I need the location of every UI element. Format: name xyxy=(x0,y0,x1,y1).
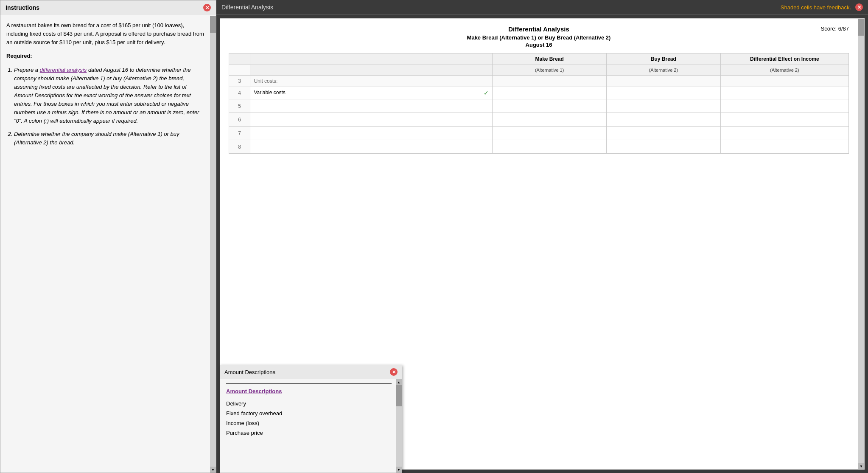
right-panel: Differential Analysis Shaded cells have … xyxy=(216,0,868,473)
item1-text-after: dated August 16 to determine whether the… xyxy=(14,67,199,124)
amount-desc-scrollbar[interactable]: ▲ ▼ xyxy=(396,379,402,473)
sub-rownum-2 xyxy=(229,65,250,76)
amount-desc-heading: Amount Descriptions xyxy=(226,388,392,394)
row6-num: 6 xyxy=(229,113,250,127)
instructions-body: A restaurant bakes its own bread for a c… xyxy=(0,15,216,473)
sub-desc-2 xyxy=(250,65,493,76)
row5-make[interactable] xyxy=(493,99,607,113)
amount-descriptions-window: Amount Descriptions ✕ Amount Description… xyxy=(220,365,402,473)
differential-titlebar: Differential Analysis Shaded cells have … xyxy=(216,0,868,15)
header-desc-1 xyxy=(250,53,493,65)
row4-make[interactable] xyxy=(493,87,607,99)
da-score: Score: 6/87 xyxy=(642,25,849,32)
header-buy: Buy Bread xyxy=(607,53,721,65)
instructions-list: Prepare a differential analysis dated Au… xyxy=(6,66,206,147)
da-title-row: Differential Analysis Score: 6/87 xyxy=(229,25,849,33)
table-row-5: 5 xyxy=(229,99,849,113)
da-inner: Differential Analysis Score: 6/87 Make B… xyxy=(220,19,857,160)
table-header-row1: Make Bread Buy Bread Differential Effect… xyxy=(229,53,849,65)
instructions-scrollbar[interactable]: ▲ ▼ xyxy=(210,16,216,473)
row5-buy[interactable] xyxy=(607,99,721,113)
item1-text-before: Prepare a xyxy=(14,67,40,73)
differential-scrollbar[interactable]: ▲ ▼ xyxy=(858,19,864,469)
amount-desc-window-title: Amount Descriptions xyxy=(224,369,275,375)
amount-desc-scroll-thumb[interactable] xyxy=(396,385,402,406)
header-make: Make Bread xyxy=(493,53,607,65)
instructions-close-button[interactable]: ✕ xyxy=(203,4,211,11)
instructions-item-2: Determine whether the company should mak… xyxy=(14,130,206,147)
row3-label: Unit costs: xyxy=(250,76,493,87)
right-content-wrapper: Differential Analysis Score: 6/87 Make B… xyxy=(216,15,868,473)
sub-buy-alt: (Alternative 2) xyxy=(607,65,721,76)
row6-label[interactable] xyxy=(250,113,493,127)
table-row-3: 3 Unit costs: xyxy=(229,76,849,87)
instructions-title: Instructions xyxy=(6,4,39,11)
row7-make[interactable] xyxy=(493,127,607,140)
da-main-title: Differential Analysis xyxy=(435,25,642,33)
differential-table: Make Bread Buy Bread Differential Effect… xyxy=(229,53,849,154)
table-row-8: 8 xyxy=(229,140,849,154)
amount-desc-close-button[interactable]: ✕ xyxy=(390,368,398,376)
row3-buy[interactable] xyxy=(607,76,721,87)
instructions-scroll-down[interactable]: ▼ xyxy=(210,467,216,473)
table-row-7: 7 xyxy=(229,127,849,140)
da-subtitle: Make Bread (Alternative 1) or Buy Bread … xyxy=(229,34,849,41)
row8-num: 8 xyxy=(229,140,250,154)
header-rownum-1 xyxy=(229,53,250,65)
instructions-body-text: A restaurant bakes its own bread for a c… xyxy=(6,21,206,47)
table-subheader-row: (Alternative 1) (Alternative 2) (Alterna… xyxy=(229,65,849,76)
row4-num: 4 xyxy=(229,87,250,99)
diff-scroll-thumb[interactable] xyxy=(858,19,864,36)
row8-diff[interactable] xyxy=(720,140,848,154)
differential-titlebar-right: Shaded cells have feedback. ✕ xyxy=(781,3,863,11)
da-date: August 16 xyxy=(229,42,849,48)
row4-label-text: Variable costs xyxy=(254,90,285,96)
instructions-header: Instructions ✕ xyxy=(0,0,216,15)
amount-desc-divider xyxy=(226,383,392,384)
amount-desc-scroll-down[interactable]: ▼ xyxy=(396,467,402,473)
differential-close-button[interactable]: ✕ xyxy=(855,3,863,11)
feedback-text: Shaded cells have feedback. xyxy=(781,4,851,11)
differential-window: Differential Analysis Shaded cells have … xyxy=(216,0,868,473)
row8-make[interactable] xyxy=(493,140,607,154)
row4-buy[interactable] xyxy=(607,87,721,99)
amount-desc-item-income[interactable]: Income (loss) xyxy=(226,418,392,428)
instructions-item-1: Prepare a differential analysis dated Au… xyxy=(14,66,206,126)
row5-num: 5 xyxy=(229,99,250,113)
amount-desc-scroll-up[interactable]: ▲ xyxy=(396,379,402,385)
row3-num: 3 xyxy=(229,76,250,87)
row4-label: Variable costs ✓ xyxy=(250,87,493,99)
row6-buy[interactable] xyxy=(607,113,721,127)
row7-num: 7 xyxy=(229,127,250,140)
row6-diff[interactable] xyxy=(720,113,848,127)
row7-label[interactable] xyxy=(250,127,493,140)
row3-make[interactable] xyxy=(493,76,607,87)
instructions-scroll-thumb[interactable] xyxy=(210,16,216,33)
row8-label[interactable] xyxy=(250,140,493,154)
row5-diff[interactable] xyxy=(720,99,848,113)
table-row-6: 6 xyxy=(229,113,849,127)
differential-analysis-link[interactable]: differential analysis xyxy=(40,67,87,73)
row8-buy[interactable] xyxy=(607,140,721,154)
row5-label[interactable] xyxy=(250,99,493,113)
header-diff: Differential Effect on Income xyxy=(720,53,848,65)
amount-desc-body: Amount Descriptions Delivery Fixed facto… xyxy=(220,379,402,473)
amount-desc-item-fixed[interactable]: Fixed factory overhead xyxy=(226,408,392,418)
amount-desc-item-delivery[interactable]: Delivery xyxy=(226,399,392,408)
amount-desc-item-purchase[interactable]: Purchase price xyxy=(226,428,392,438)
row4-checkmark: ✓ xyxy=(484,90,489,96)
differential-window-title: Differential Analysis xyxy=(221,4,273,11)
row4-diff[interactable] xyxy=(720,87,848,99)
diff-scroll-down[interactable]: ▼ xyxy=(858,463,864,469)
row6-make[interactable] xyxy=(493,113,607,127)
sub-diff-alt: (Alternative 2) xyxy=(720,65,848,76)
row7-buy[interactable] xyxy=(607,127,721,140)
row7-diff[interactable] xyxy=(720,127,848,140)
sub-make-alt: (Alternative 1) xyxy=(493,65,607,76)
amount-desc-titlebar: Amount Descriptions ✕ xyxy=(220,365,402,379)
instructions-panel: Instructions ✕ A restaurant bakes its ow… xyxy=(0,0,216,473)
table-row-4: 4 Variable costs ✓ xyxy=(229,87,849,99)
row3-diff[interactable] xyxy=(720,76,848,87)
required-heading: Required: xyxy=(6,52,206,60)
